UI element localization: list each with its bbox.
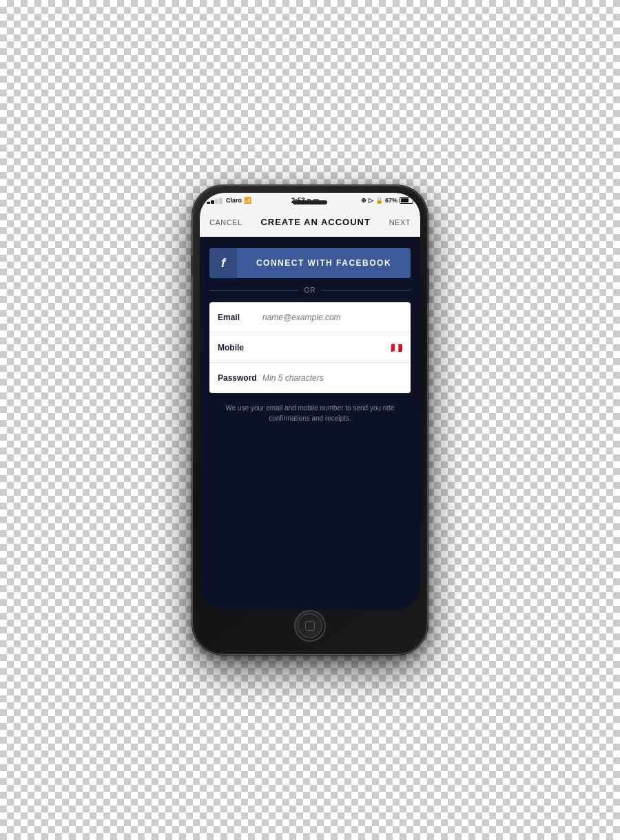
divider-line-right [322,290,411,291]
phone-mockup: Claro 📶 2:53 p.m. ⊕ ▷ 🔒 67% CANCEL CREAT [193,186,427,654]
facebook-button-label: CONNECT WITH FACEBOOK [237,258,411,268]
home-button-inner [298,613,322,638]
phone-speaker [293,200,327,204]
facebook-icon-box: f [209,248,237,278]
mobile-field-row: Mobile 🇵🇪 [209,333,411,363]
email-label: Email [218,313,262,322]
form-card: Email Mobile 🇵🇪 Password [209,302,411,393]
password-field-row: Password [209,363,411,393]
or-divider: OR [209,286,411,294]
home-button[interactable] [294,610,326,642]
password-input[interactable] [262,373,402,383]
app-content: f CONNECT WITH FACEBOOK OR Email [200,237,420,610]
page-title: CREATE AN ACCOUNT [260,217,371,227]
cancel-button[interactable]: CANCEL [209,218,242,227]
divider-line-left [209,290,299,291]
mobile-label: Mobile [218,343,262,353]
or-text: OR [304,286,316,294]
email-field-row: Email [209,302,411,333]
mobile-input[interactable] [262,343,391,353]
info-text: We use your email and mobile number to s… [214,403,406,423]
screen-content: Claro 📶 2:53 p.m. ⊕ ▷ 🔒 67% CANCEL CREAT [200,193,420,610]
phone-top-bar [193,186,427,213]
email-input[interactable] [262,313,402,322]
country-flag[interactable]: 🇵🇪 [391,342,402,353]
next-button[interactable]: NEXT [389,218,411,227]
home-button-square-icon [305,621,315,631]
password-label: Password [218,373,262,383]
facebook-connect-button[interactable]: f CONNECT WITH FACEBOOK [209,248,411,278]
phone-screen: Claro 📶 2:53 p.m. ⊕ ▷ 🔒 67% CANCEL CREAT [200,193,420,610]
facebook-icon: f [221,256,225,271]
